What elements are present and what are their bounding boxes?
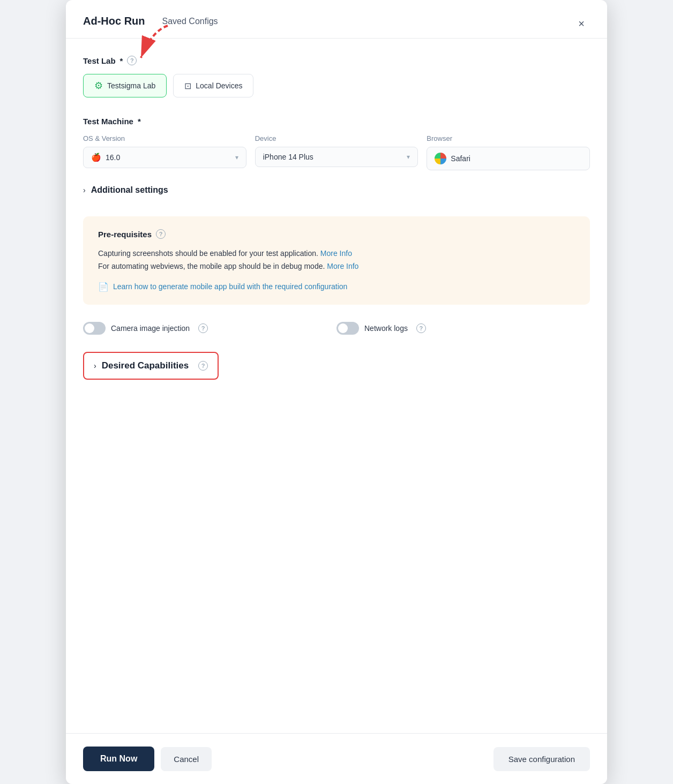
network-toggle[interactable] [336, 322, 359, 335]
modal-footer: Run Now Cancel Save configuration [66, 733, 607, 784]
safari-icon [435, 153, 446, 164]
camera-help-icon[interactable]: ? [198, 323, 208, 333]
device-chevron-down-icon: ▾ [407, 153, 410, 161]
document-icon: 📄 [98, 282, 109, 292]
browser-label: Browser [427, 134, 590, 142]
testsigma-lab-button[interactable]: ⚙ Testsigma Lab [83, 74, 167, 97]
modal-body: Test Lab * ? ⚙ Testsigma Lab ⊡ Local Dev… [66, 39, 607, 733]
modal-container: Ad-Hoc Run Saved Configs × Test Lab * [66, 0, 607, 784]
test-lab-help-icon[interactable]: ? [127, 56, 137, 65]
network-toggle-item: Network logs ? [336, 322, 590, 335]
desired-capabilities-help-icon[interactable]: ? [198, 361, 208, 371]
local-devices-button[interactable]: ⊡ Local Devices [173, 74, 253, 97]
machine-fields: OS & Version 🍎 16.0 ▾ Device iPhone 14 P… [83, 134, 590, 170]
browser-select[interactable]: Safari [427, 147, 590, 170]
device-field: Device iPhone 14 Plus ▾ [255, 134, 418, 170]
test-machine-label: Test Machine * [83, 117, 590, 126]
prereq-help-icon[interactable]: ? [156, 229, 166, 239]
os-version-chevron-down-icon: ▾ [235, 154, 238, 161]
camera-toggle-item: Camera image injection ? [83, 322, 336, 335]
test-lab-section: Test Lab * ? ⚙ Testsigma Lab ⊡ Local Dev… [83, 56, 590, 97]
prereq-box: Pre-requisites ? Capturing screenshots s… [83, 216, 590, 305]
test-lab-label: Test Lab * ? [83, 56, 590, 65]
modal-header: Ad-Hoc Run Saved Configs × [66, 0, 607, 39]
run-now-button[interactable]: Run Now [83, 747, 154, 771]
desired-capabilities-section[interactable]: › Desired Capabilities ? [83, 352, 219, 380]
additional-settings-chevron-icon: › [83, 186, 86, 194]
apple-icon: 🍎 [91, 153, 101, 162]
browser-field: Browser Safari [427, 134, 590, 170]
test-machine-section: Test Machine * OS & Version 🍎 16.0 ▾ Dev [83, 117, 590, 170]
saved-configs-tab[interactable]: Saved Configs [162, 17, 218, 26]
monitor-icon: ⊡ [184, 81, 191, 91]
os-version-select[interactable]: 🍎 16.0 ▾ [83, 147, 246, 168]
gear-icon: ⚙ [94, 80, 103, 92]
test-lab-options: ⚙ Testsigma Lab ⊡ Local Devices [83, 74, 590, 97]
prereq-more-info-1[interactable]: More Info [320, 249, 352, 258]
prereq-text: Capturing screenshots should be enabled … [98, 247, 575, 273]
modal-title: Ad-Hoc Run [83, 15, 145, 27]
close-button[interactable]: × [573, 15, 590, 32]
save-configuration-button[interactable]: Save configuration [493, 747, 590, 771]
os-version-label: OS & Version [83, 134, 246, 142]
prereq-more-info-2[interactable]: More Info [327, 262, 358, 270]
os-version-field: OS & Version 🍎 16.0 ▾ [83, 134, 246, 170]
prereq-title: Pre-requisites ? [98, 229, 575, 239]
toggle-row: Camera image injection ? Network logs ? [83, 322, 590, 335]
additional-settings-toggle[interactable]: › Additional settings [83, 185, 590, 195]
device-select[interactable]: iPhone 14 Plus ▾ [255, 147, 418, 167]
prereq-learn-link[interactable]: 📄 Learn how to generate mobile app build… [98, 282, 575, 292]
camera-toggle[interactable] [83, 322, 106, 335]
device-label: Device [255, 134, 418, 142]
network-help-icon[interactable]: ? [416, 323, 426, 333]
cancel-button[interactable]: Cancel [161, 747, 212, 771]
desired-capabilities-chevron-icon: › [94, 361, 96, 370]
